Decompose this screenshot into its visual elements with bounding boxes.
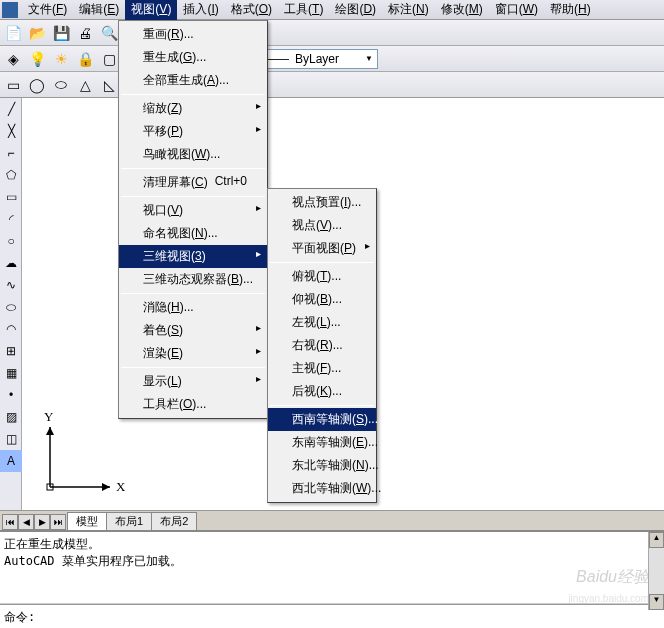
sun-icon[interactable]: ☀ [50, 48, 72, 70]
svg-marker-1 [102, 483, 110, 491]
circle-icon[interactable]: ○ [0, 230, 22, 252]
view-menu-item-16[interactable]: 着色(S) [119, 319, 267, 342]
menu-文件[interactable]: 文件(F) [22, 0, 73, 20]
3dview-item-13[interactable]: 东北等轴测(N)... [268, 454, 376, 477]
menu-标注[interactable]: 标注(N) [382, 0, 435, 20]
layout-tab-bar: ⏮◀▶⏭ 模型布局1布局2 [0, 510, 664, 530]
open-icon[interactable]: 📂 [26, 22, 48, 44]
cylinder-icon[interactable]: ⬭ [50, 74, 72, 96]
chevron-down-icon: ▼ [365, 54, 373, 63]
menu-窗口[interactable]: 窗口(W) [489, 0, 544, 20]
3dview-item-6[interactable]: 左视(L)... [268, 311, 376, 334]
view-menu-item-4[interactable]: 缩放(Z) [119, 97, 267, 120]
spline-icon[interactable]: ∿ [0, 274, 22, 296]
view-menu-item-20[interactable]: 工具栏(O)... [119, 393, 267, 416]
view-menu-item-13[interactable]: 三维动态观察器(B)... [119, 268, 267, 291]
lock-icon[interactable]: 🔒 [74, 48, 96, 70]
app-icon [2, 2, 18, 18]
svg-marker-3 [46, 427, 54, 435]
3dview-item-11[interactable]: 西南等轴测(S)... [268, 408, 376, 431]
3dview-item-1[interactable]: 视点(V)... [268, 214, 376, 237]
revcloud-icon[interactable]: ☁ [0, 252, 22, 274]
bulb-icon[interactable]: 💡 [26, 48, 48, 70]
tab-布局1[interactable]: 布局1 [106, 512, 152, 530]
menu-视图[interactable]: 视图(V) [125, 0, 177, 20]
3dview-item-14[interactable]: 西北等轴测(W)... [268, 477, 376, 500]
wedge-icon[interactable]: ◺ [98, 74, 120, 96]
cone-icon[interactable]: △ [74, 74, 96, 96]
3dview-item-7[interactable]: 右视(R)... [268, 334, 376, 357]
view-menu-item-12[interactable]: 三维视图(3) [119, 245, 267, 268]
ucs-x-label: X [116, 479, 125, 495]
view-menu-item-0[interactable]: 重画(R)... [119, 23, 267, 46]
3dview-item-5[interactable]: 仰视(B)... [268, 288, 376, 311]
view-menu-item-10[interactable]: 视口(V) [119, 199, 267, 222]
tab-模型[interactable]: 模型 [67, 512, 107, 530]
3dview-item-8[interactable]: 主视(F)... [268, 357, 376, 380]
box-icon[interactable]: ▢ [98, 48, 120, 70]
new-icon[interactable]: 📄 [2, 22, 24, 44]
menu-编辑[interactable]: 编辑(E) [73, 0, 125, 20]
menu-工具[interactable]: 工具(T) [278, 0, 329, 20]
toolbar-layers: ◈ 💡 ☀ 🔒 ▢ ByLayer ▼ ——— ByLayer ▼ [0, 46, 664, 72]
save-icon[interactable]: 💾 [50, 22, 72, 44]
view-menu-item-19[interactable]: 显示(L) [119, 370, 267, 393]
menu-绘图[interactable]: 绘图(D) [329, 0, 382, 20]
menu-帮助[interactable]: 帮助(H) [544, 0, 597, 20]
3dview-item-0[interactable]: 视点预置(I)... [268, 191, 376, 214]
region-icon[interactable]: ◫ [0, 428, 22, 450]
tab-nav-2[interactable]: ▶ [34, 514, 50, 530]
menu-插入[interactable]: 插入(I) [177, 0, 224, 20]
view-menu-item-1[interactable]: 重生成(G)... [119, 46, 267, 69]
layer-icon[interactable]: ◈ [2, 48, 24, 70]
sphere-icon[interactable]: ◯ [26, 74, 48, 96]
3dview-item-2[interactable]: 平面视图(P) [268, 237, 376, 260]
3dview-item-9[interactable]: 后视(K)... [268, 380, 376, 403]
tab-nav-1[interactable]: ◀ [18, 514, 34, 530]
menu-separator [121, 94, 265, 95]
ucs-y-label: Y [44, 409, 53, 425]
preview-icon[interactable]: 🔍 [98, 22, 120, 44]
polygon-icon[interactable]: ⬠ [0, 164, 22, 186]
view-menu-item-6[interactable]: 鸟瞰视图(W)... [119, 143, 267, 166]
block-icon[interactable]: ▦ [0, 362, 22, 384]
rectangle-icon[interactable]: ▭ [0, 186, 22, 208]
tab-nav-3[interactable]: ⏭ [50, 514, 66, 530]
menu-separator [121, 168, 265, 169]
command-prompt[interactable]: 命令: [0, 604, 664, 628]
line-icon[interactable]: ╱ [0, 98, 22, 120]
pline-icon[interactable]: ⌐ [0, 142, 22, 164]
xline-icon[interactable]: ╳ [0, 120, 22, 142]
scroll-up-icon[interactable]: ▲ [649, 532, 664, 548]
menu-修改[interactable]: 修改(M) [435, 0, 489, 20]
view-menu-item-5[interactable]: 平移(P) [119, 120, 267, 143]
view-menu-item-15[interactable]: 消隐(H)... [119, 296, 267, 319]
hatch-icon[interactable]: ▨ [0, 406, 22, 428]
ellipse-icon[interactable]: ⬭ [0, 296, 22, 318]
command-scrollbar[interactable]: ▲ ▼ [648, 532, 664, 610]
print-icon[interactable]: 🖨 [74, 22, 96, 44]
ellipsearc-icon[interactable]: ◠ [0, 318, 22, 340]
3dview-item-12[interactable]: 东南等轴测(E)... [268, 431, 376, 454]
view-menu-item-17[interactable]: 渲染(E) [119, 342, 267, 365]
menu-separator [270, 262, 374, 263]
view-menu-item-11[interactable]: 命名视图(N)... [119, 222, 267, 245]
view-menu-item-8[interactable]: 清理屏幕(C)Ctrl+0 [119, 171, 267, 194]
tab-布局2[interactable]: 布局2 [151, 512, 197, 530]
point-icon[interactable]: • [0, 384, 22, 406]
tab-nav-0[interactable]: ⏮ [2, 514, 18, 530]
menu-separator [121, 293, 265, 294]
view-menu-item-2[interactable]: 全部重生成(A)... [119, 69, 267, 92]
toolbar-solids: ▭ ◯ ⬭ △ ◺ ◎ [0, 72, 664, 98]
insert-icon[interactable]: ⊞ [0, 340, 22, 362]
scroll-down-icon[interactable]: ▼ [649, 594, 664, 610]
view-menu: 重画(R)...重生成(G)...全部重生成(A)...缩放(Z)平移(P)鸟瞰… [118, 20, 268, 419]
3dview-item-4[interactable]: 俯视(T)... [268, 265, 376, 288]
command-history: 正在重生成模型。 AutoCAD 菜单实用程序已加载。 [0, 532, 664, 604]
linetype-value: ByLayer [295, 52, 339, 66]
box3d-icon[interactable]: ▭ [2, 74, 24, 96]
menu-格式[interactable]: 格式(O) [225, 0, 278, 20]
text-icon[interactable]: A [0, 450, 22, 472]
arc-icon[interactable]: ◜ [0, 208, 22, 230]
3dview-submenu: 视点预置(I)...视点(V)...平面视图(P)俯视(T)...仰视(B)..… [267, 188, 377, 503]
